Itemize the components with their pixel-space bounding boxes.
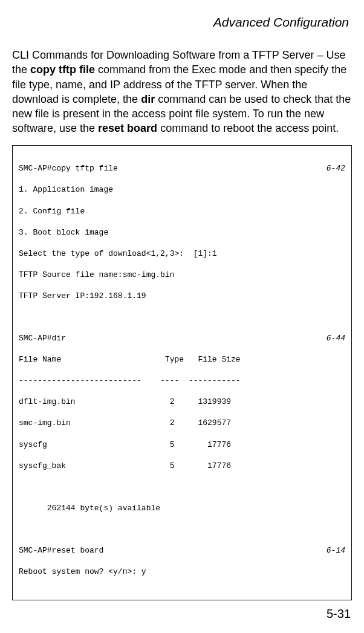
page-ref: 6-42 [327,163,345,174]
cli-line: dflt-img.bin 2 1319939 [19,397,345,407]
cli-blank [19,482,345,493]
cli-line: Reboot system now? <y/n>: y [19,566,345,577]
cli-line: -------------------------- ---- --------… [19,375,345,386]
cli-line: 3. Boot block image [19,227,345,238]
cli-blank [19,524,345,535]
instruction-paragraph: CLI Commands for Downloading Software fr… [12,48,352,136]
cli-line: File Name Type File Size [19,354,345,365]
cli-line: 1. Application image [19,184,345,195]
page-ref: 6-14 [327,545,345,556]
cli-line: SMC-AP#copy tftp file6-42 [19,163,345,174]
cli-line: 2. Config file [19,206,345,217]
cli-line: 262144 byte(s) available [19,503,345,514]
text-fragment: command to reboot the access point. [157,122,339,134]
section-header: Advanced Configuration [12,15,352,30]
cli-line: SMC-AP#reset board6-14 [19,545,345,556]
cli-output-box: SMC-AP#copy tftp file6-42 1. Application… [12,145,352,600]
cli-line: TFTP Server IP:192.168.1.19 [19,291,345,302]
cli-command: SMC-AP#copy tftp file [19,163,118,174]
cli-line: syscfg 5 17776 [19,440,345,450]
command-reset-board: reset board [98,122,157,134]
cli-line: syscfg_bak 5 17776 [19,461,345,472]
cli-blank [19,312,345,323]
cli-line: TFTP Source file name:smc-img.bin [19,270,345,281]
cli-command: SMC-AP#reset board [19,545,103,556]
page-number: 5-31 [327,607,351,621]
page-ref: 6-44 [327,333,345,344]
cli-line: smc-img.bin 2 1629577 [19,418,345,429]
command-dir: dir [141,93,155,105]
command-copy-tftp: copy tftp file [30,63,95,76]
cli-line: Select the type of download<1,2,3>: [1]:… [19,248,345,259]
cli-command: SMC-AP#dir [19,333,66,344]
cli-line: SMC-AP#dir6-44 [19,333,345,344]
